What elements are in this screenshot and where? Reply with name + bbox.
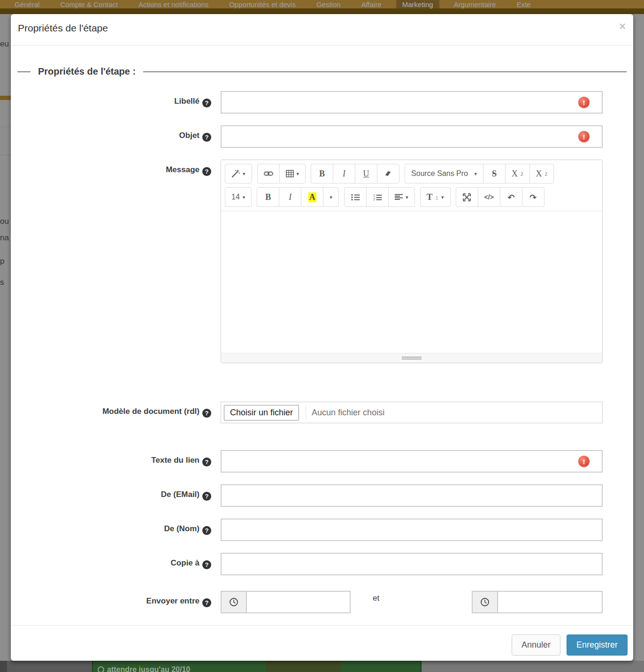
lien-input[interactable] [221,450,603,473]
help-icon[interactable]: ? [202,167,211,176]
code-view-button[interactable]: </> [478,187,500,207]
section-legend: Propriétés de l'étape : [17,66,627,77]
fullscreen-button[interactable] [456,187,478,207]
align-left-icon [395,194,403,200]
italic-button[interactable]: I [333,164,355,183]
file-input[interactable]: Choisir un fichier Aucun fichier choisi [221,402,603,423]
time-from-group [221,591,351,613]
modal-body: Propriétés de l'étape : Libellé? ! Objet… [11,46,633,625]
bg-divider-line [0,155,11,155]
nav-tab-marketing[interactable]: Marketing [396,0,439,8]
font-color-dropdown[interactable]: ▾ [323,187,339,207]
redo-button[interactable]: ↷ [522,187,544,207]
underline-button[interactable]: U [355,164,377,183]
up-down-arrow-icon: ↕ [436,194,439,201]
modal-title: Propriétés de l'étape [18,23,626,34]
help-icon[interactable]: ? [202,598,211,607]
style-magic-icon[interactable]: ▾ [225,164,252,183]
time-from-input[interactable] [247,592,350,612]
subscript-button[interactable]: X2 [529,164,554,183]
navbar-bottom-border [0,8,644,14]
lien-label: Texte du lien [151,456,199,465]
font-family-dropdown[interactable]: Source Sans Pro ▾ [405,164,483,183]
paragraph-align-button[interactable]: ▾ [388,187,415,207]
clock-icon [98,666,104,672]
magic-wand-icon [231,169,240,178]
legend-left-line [17,71,31,72]
eraser-button[interactable] [377,164,399,183]
et-separator: et [373,594,379,603]
bold-button[interactable]: B [311,164,333,183]
font-color-button[interactable]: A [301,187,323,207]
editor-resize-handle[interactable] [221,353,602,363]
copie-input[interactable] [221,553,603,575]
nav-tab-affaire[interactable]: Affaire [355,0,388,8]
help-icon[interactable]: ? [202,409,211,418]
unordered-list-icon [351,194,360,201]
ordered-list-icon: 12 [373,194,382,201]
field-row-libelle: Libellé? ! [17,91,627,114]
nav-tab-actions-notifications[interactable]: Actions et notifications [132,0,215,8]
choose-file-button[interactable]: Choisir un fichier [224,405,299,420]
highlight-color-swatch: A [308,192,316,202]
email-input[interactable] [221,484,603,507]
line-height-dropdown[interactable]: T↕ ▾ [420,187,451,207]
link-button[interactable] [257,164,280,183]
font-size-dropdown[interactable]: 14 ▾ [225,187,252,207]
objet-input[interactable] [221,125,603,148]
close-icon[interactable]: × [619,21,626,32]
cancel-button[interactable]: Annuler [512,634,560,656]
bg-orange-band [0,96,11,100]
message-rich-text-editor: ▾ ▾ B [221,160,603,363]
help-icon[interactable]: ? [202,492,211,501]
libelle-input[interactable] [221,91,603,114]
nav-tab-gestion[interactable]: Gestion [310,0,347,8]
bg-text-fragment: s [0,278,4,287]
save-button[interactable]: Enregistrer [567,634,628,656]
ordered-list-button[interactable]: 12 [366,187,389,207]
bg-divider-line [0,127,11,127]
resize-grip-icon [402,356,422,360]
error-badge-icon: ! [578,131,590,142]
email-label: De (EMail) [161,490,199,499]
bg-text-fragment: p [0,257,4,266]
strikethrough-button[interactable]: S [483,164,506,183]
field-row-envoyer: Envoyer entre? et [17,591,627,613]
objet-label: Objet [179,131,199,140]
nav-tab-opportunites-devis[interactable]: Opportunités et devis [223,0,302,8]
superscript-button[interactable]: X2 [505,164,530,183]
envoyer-label: Envoyer entre [146,596,199,605]
svg-text:1: 1 [373,194,375,197]
nav-tab-compte-contact[interactable]: Compte & Contact [54,0,124,8]
nav-tab-general[interactable]: Général [8,0,46,8]
legend-right-line [143,71,627,72]
italic-button-2[interactable]: I [279,187,301,207]
clock-icon [473,592,498,612]
help-icon[interactable]: ? [202,560,211,569]
field-row-modele: Modèle de document (rdl)? Choisir un fic… [17,402,627,423]
fullscreen-arrows-icon [463,193,471,201]
copie-label: Copie à [171,558,199,567]
table-button[interactable]: ▾ [279,164,306,183]
nom-input[interactable] [221,519,603,541]
clock-icon [222,592,247,612]
undo-button[interactable]: ↶ [500,187,522,207]
nav-tab-externe[interactable]: Exte [511,0,537,8]
modele-label: Modèle de document (rdl) [102,407,199,416]
unordered-list-button[interactable] [344,187,367,207]
redo-icon: ↷ [529,192,537,202]
nom-label: De (Nom) [164,524,199,533]
message-editor-area[interactable] [221,211,602,353]
bold-button-2[interactable]: B [257,187,279,207]
time-to-input[interactable] [498,592,602,612]
help-icon[interactable]: ? [202,526,211,535]
top-navbar: Général Compte & Contact Actions et noti… [0,0,644,8]
libelle-label: Libellé [174,97,199,106]
help-icon[interactable]: ? [202,133,211,142]
bg-text-fragment: ou [0,217,9,226]
help-icon[interactable]: ? [202,458,211,466]
bg-text-fragment: na [0,233,9,243]
nav-tab-argumentaire[interactable]: Argumentaire [448,0,502,8]
link-icon [264,171,273,176]
help-icon[interactable]: ? [202,99,211,107]
